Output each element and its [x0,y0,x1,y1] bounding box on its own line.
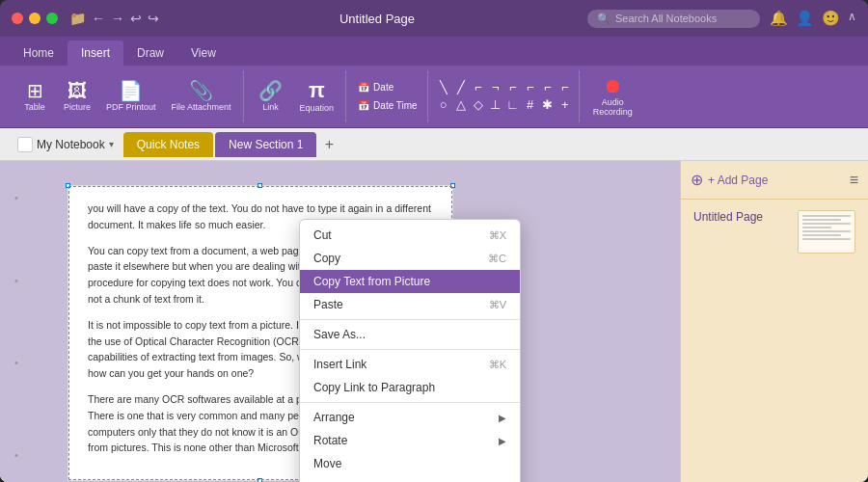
menu-divider-2 [300,349,520,350]
tab-insert[interactable]: Insert [68,40,123,66]
toolbar-date[interactable]: 📅 Date [354,80,421,94]
audio-icon: ⏺ [603,76,622,95]
nav-forward-icon[interactable]: → [111,11,124,26]
menu-divider-1 [300,319,520,320]
nav-undo-icon[interactable]: ↩ [130,11,142,26]
shape-star[interactable]: ✱ [540,97,556,113]
shape-angle6[interactable]: ⌐ [557,80,573,95]
menu-item-move[interactable]: Move [300,452,520,475]
shape-angle2[interactable]: ¬ [488,80,503,95]
nav-folder-icon[interactable]: 📁 [69,11,86,26]
thumb-lines [799,211,854,246]
shape-circle[interactable]: ○ [436,97,451,113]
nav-back-icon[interactable]: ← [92,11,105,26]
arrange-label: Arrange [313,411,355,424]
account-icon[interactable]: 👤 [796,10,814,27]
window-controls [12,13,58,24]
toolbar-equation[interactable]: π Equation [294,77,340,116]
search-icon: 🔍 [597,13,610,25]
menu-item-cut[interactable]: Cut ⌘X [300,224,520,247]
sidebar-header: ⊕ + Add Page ≡ [681,161,868,200]
tab-quick-notes[interactable]: Quick Notes [123,132,213,157]
shape-bracket[interactable]: ∟ [505,97,521,113]
toolbar-audio[interactable]: ⏺ AudioRecording [587,73,638,120]
menu-item-save-as[interactable]: Save As... [300,323,520,346]
thumb-line [802,238,851,240]
menu-item-paste[interactable]: Paste ⌘V [300,293,520,316]
menu-divider-3 [300,402,520,403]
picture-label: Picture [64,102,91,112]
tab-new-section[interactable]: New Section 1 [215,132,316,157]
search-input[interactable] [615,13,750,24]
toolbar-pdf[interactable]: 📄 PDF Printout [100,78,162,115]
table-icon: ⊞ [27,81,43,100]
toolbar-attachment[interactable]: 📎 File Attachment [166,78,237,115]
nav-redo-icon[interactable]: ↪ [148,11,159,26]
close-button[interactable] [12,13,23,24]
insert-link-shortcut: ⌘K [489,359,506,371]
minimize-button[interactable] [29,13,41,24]
menu-item-rotate[interactable]: Rotate ▶ [300,429,520,452]
emoji-icon[interactable]: 🙂 [822,10,840,27]
shape-angle1[interactable]: ⌐ [471,80,486,95]
notebook-bar: My Notebook ▾ Quick Notes New Section 1 … [0,128,868,161]
shape-perp[interactable]: ⊥ [488,97,503,113]
shape-line1[interactable]: ╲ [436,80,451,95]
shape-triangle[interactable]: △ [453,97,469,113]
insert-link-label: Insert Link [313,358,366,371]
pdf-icon: 📄 [119,81,143,100]
collapse-icon[interactable]: ∧ [848,10,856,27]
main-area: • • • • you will have a copy of the text… [0,161,868,482]
notification-icon[interactable]: 🔔 [770,10,788,27]
sidebar-menu-icon[interactable]: ≡ [850,172,858,189]
app-window: 📁 ← → ↩ ↪ Untitled Page 🔍 🔔 👤 🙂 ∧ Home I… [0,0,868,482]
add-page-icon: ⊕ [691,171,703,189]
shape-angle5[interactable]: ⌐ [540,80,556,95]
shape-angle4[interactable]: ⌐ [523,80,538,95]
shape-plus[interactable]: + [557,97,573,113]
menu-item-insert-link[interactable]: Insert Link ⌘K [300,353,520,376]
menu-item-resize[interactable]: Resize [300,475,520,482]
maximize-button[interactable] [46,13,58,24]
shape-diamond[interactable]: ◇ [471,97,486,113]
tab-view[interactable]: View [177,40,230,66]
tab-draw[interactable]: Draw [123,40,177,66]
tab-home[interactable]: Home [10,40,68,66]
thumb-line [802,223,851,225]
notebook-icon [17,137,33,152]
toolbar-table[interactable]: ⊞ Table [15,78,54,115]
equation-label: Equation [300,103,335,113]
shape-angle3[interactable]: ⌐ [505,80,521,95]
thumb-line [802,215,851,217]
menu-item-copy-link[interactable]: Copy Link to Paragraph [300,376,520,399]
toolbar-group-link: 🔗 Link π Equation [246,70,347,122]
equation-icon: π [309,80,325,101]
menu-item-copy-text[interactable]: Copy Text from Picture [300,270,520,293]
date-icon: 📅 [358,82,369,93]
menu-item-arrange[interactable]: Arrange ▶ [300,406,520,429]
thumb-line [802,234,841,236]
paste-shortcut: ⌘V [489,299,506,311]
window-title: Untitled Page [167,12,587,26]
arrange-arrow: ▶ [499,413,506,423]
paste-label: Paste [313,298,343,311]
list-item[interactable]: Untitled Page [686,204,863,259]
toolbar-link[interactable]: 🔗 Link [252,78,290,115]
search-bar[interactable]: 🔍 [587,10,760,28]
notebook-chevron: ▾ [109,139,114,149]
datetime-icon: 📅 [358,100,369,111]
audio-label: AudioRecording [593,97,633,117]
toolbar-group-audio: ⏺ AudioRecording [582,70,644,122]
rotate-label: Rotate [313,434,347,447]
page-list: Untitled Page [681,200,868,264]
shape-line2[interactable]: ╱ [453,80,469,95]
title-bar-actions: 🔔 👤 🙂 ∧ [770,10,856,27]
shape-hash[interactable]: # [523,97,538,113]
menu-item-copy[interactable]: Copy ⌘C [300,247,520,270]
toolbar-datetime[interactable]: 📅 Date Time [354,98,421,113]
add-section-button[interactable]: + [318,134,339,155]
toolbar-picture[interactable]: 🖼 Picture [58,78,96,115]
add-page-button[interactable]: ⊕ + Add Page [691,171,768,189]
notebook-selector[interactable]: My Notebook ▾ [10,133,122,156]
notebook-name: My Notebook [37,138,105,151]
